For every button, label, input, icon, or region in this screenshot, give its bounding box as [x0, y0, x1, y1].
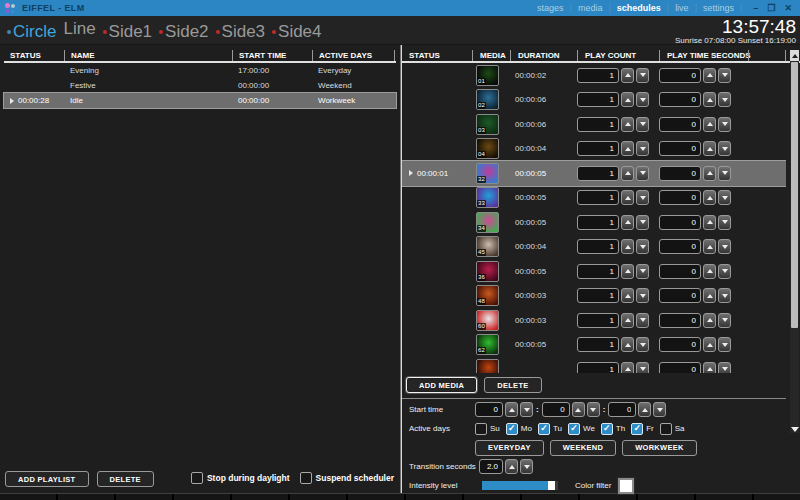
day-checkbox-we[interactable]: ✓ — [568, 423, 580, 435]
nav-item-media[interactable]: media — [578, 3, 603, 13]
play-count-spinner-value[interactable] — [577, 362, 619, 373]
media-row[interactable]: 4800:00:03 — [402, 284, 786, 309]
media-thumbnail[interactable]: 34 — [476, 212, 499, 233]
play-count-spinner[interactable] — [577, 313, 649, 328]
delete-playlist-button[interactable]: DELETE — [97, 471, 154, 487]
play-count-spinner[interactable] — [577, 264, 649, 279]
nav-item-stages[interactable]: stages — [537, 3, 564, 13]
play-count-spinner-up-button[interactable] — [621, 166, 634, 181]
play-time-spinner[interactable] — [659, 215, 731, 230]
play-time-spinner-value[interactable] — [659, 117, 701, 132]
play-time-spinner-up-button[interactable] — [703, 362, 716, 373]
media-row[interactable] — [402, 357, 786, 373]
play-time-spinner[interactable] — [659, 92, 731, 107]
play-count-spinner-value[interactable] — [577, 92, 619, 107]
minimize-icon[interactable]: – — [753, 4, 758, 13]
play-time-spinner-up-button[interactable] — [703, 239, 716, 254]
day-checkbox-th[interactable]: ✓ — [601, 423, 613, 435]
play-count-spinner-down-button[interactable] — [636, 141, 649, 156]
play-time-spinner[interactable] — [659, 264, 731, 279]
tab-line[interactable]: Line — [63, 19, 95, 39]
play-time-spinner-up-button[interactable] — [703, 117, 716, 132]
add-media-button[interactable]: ADD MEDIA — [406, 377, 477, 393]
play-count-spinner[interactable] — [577, 337, 649, 352]
play-count-spinner-down-button[interactable] — [636, 190, 649, 205]
play-count-spinner-down-button[interactable] — [636, 215, 649, 230]
scroll-up-icon[interactable] — [790, 50, 799, 61]
play-time-spinner-value[interactable] — [659, 141, 701, 156]
checkbox-suspend-scheduler[interactable] — [300, 472, 312, 484]
play-time-spinner[interactable] — [659, 337, 731, 352]
play-time-spinner-down-button[interactable] — [718, 239, 731, 254]
media-thumbnail[interactable]: 02 — [476, 89, 499, 110]
media-row[interactable]: 0300:00:06 — [402, 112, 786, 137]
play-count-spinner-up-button[interactable] — [621, 68, 634, 83]
play-time-spinner-value[interactable] — [659, 166, 701, 181]
media-row[interactable]: 0400:00:04 — [402, 137, 786, 162]
play-time-spinner[interactable] — [659, 313, 731, 328]
play-count-spinner-up-button[interactable] — [621, 288, 634, 303]
play-count-spinner-down-button[interactable] — [636, 362, 649, 373]
play-count-spinner-up-button[interactable] — [621, 264, 634, 279]
play-count-spinner-value[interactable] — [577, 313, 619, 328]
scrollbar-thumb[interactable] — [791, 62, 798, 328]
play-time-spinner-value[interactable] — [659, 362, 701, 373]
play-count-spinner-down-button[interactable] — [636, 337, 649, 352]
play-count-spinner-up-button[interactable] — [621, 239, 634, 254]
play-count-spinner[interactable] — [577, 190, 649, 205]
play-time-spinner[interactable] — [659, 68, 731, 83]
play-count-spinner-up-button[interactable] — [621, 337, 634, 352]
nav-item-live[interactable]: live — [675, 3, 689, 13]
play-time-spinner-up-button[interactable] — [703, 92, 716, 107]
start-time-hours-spinner[interactable] — [475, 402, 533, 417]
play-count-spinner-value[interactable] — [577, 337, 619, 352]
media-thumbnail[interactable]: 04 — [476, 138, 499, 159]
play-count-spinner[interactable] — [577, 141, 649, 156]
play-count-spinner[interactable] — [577, 215, 649, 230]
media-thumbnail[interactable] — [476, 359, 499, 373]
color-filter-swatch[interactable] — [618, 478, 634, 494]
media-row[interactable]: 3400:00:05 — [402, 210, 786, 235]
play-count-spinner-down-button[interactable] — [636, 117, 649, 132]
media-row[interactable]: 3300:00:05 — [402, 186, 786, 211]
play-count-spinner-down-button[interactable] — [636, 264, 649, 279]
play-time-spinner-value[interactable] — [659, 68, 701, 83]
add-playlist-button[interactable]: ADD PLAYLIST — [5, 471, 89, 487]
play-time-spinner-value[interactable] — [659, 215, 701, 230]
play-time-spinner-up-button[interactable] — [703, 141, 716, 156]
play-time-spinner-down-button[interactable] — [718, 313, 731, 328]
playlist-row[interactable]: Festive00:00:00Weekend — [4, 78, 396, 93]
play-count-spinner-up-button[interactable] — [621, 313, 634, 328]
start-time-minutes-spinner-value[interactable] — [542, 402, 570, 417]
play-count-spinner[interactable] — [577, 68, 649, 83]
media-row[interactable]: 3600:00:05 — [402, 259, 786, 284]
start-time-minutes-spinner-up-button[interactable] — [572, 402, 585, 417]
maximize-icon[interactable]: ❐ — [767, 4, 775, 13]
start-time-hours-spinner-up-button[interactable] — [505, 402, 518, 417]
play-count-spinner-up-button[interactable] — [621, 190, 634, 205]
play-count-spinner-up-button[interactable] — [621, 362, 634, 373]
transition-seconds-spinner-up-button[interactable] — [505, 459, 518, 474]
media-thumbnail[interactable]: 48 — [476, 285, 499, 306]
play-count-spinner-value[interactable] — [577, 239, 619, 254]
tab-side4[interactable]: Side4 — [272, 22, 321, 42]
day-checkbox-tu[interactable]: ✓ — [538, 423, 550, 435]
play-time-spinner-value[interactable] — [659, 288, 701, 303]
play-time-spinner-value[interactable] — [659, 239, 701, 254]
media-thumbnail[interactable]: 03 — [476, 114, 499, 135]
play-time-spinner-value[interactable] — [659, 190, 701, 205]
play-count-spinner[interactable] — [577, 117, 649, 132]
play-count-spinner-up-button[interactable] — [621, 92, 634, 107]
play-time-spinner-up-button[interactable] — [703, 337, 716, 352]
play-count-spinner-value[interactable] — [577, 68, 619, 83]
play-count-spinner[interactable] — [577, 362, 649, 373]
media-row[interactable]: 4500:00:04 — [402, 235, 786, 260]
play-count-spinner-up-button[interactable] — [621, 141, 634, 156]
play-time-spinner-down-button[interactable] — [718, 337, 731, 352]
media-thumbnail[interactable]: 33 — [476, 187, 499, 208]
preset-workweek-button[interactable]: WORKWEEK — [622, 440, 697, 456]
play-count-spinner-down-button[interactable] — [636, 68, 649, 83]
play-count-spinner-value[interactable] — [577, 117, 619, 132]
play-count-spinner[interactable] — [577, 92, 649, 107]
play-count-spinner-value[interactable] — [577, 215, 619, 230]
